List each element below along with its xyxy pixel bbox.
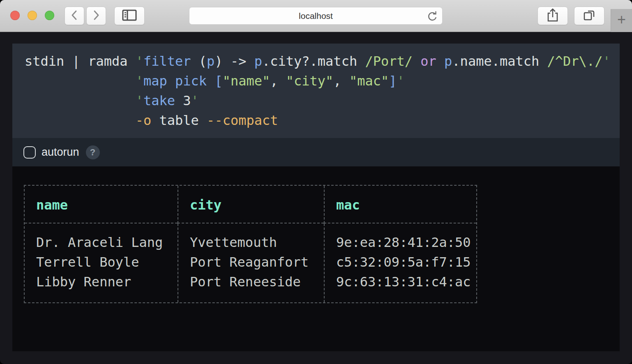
plus-icon: + (617, 12, 626, 27)
zoom-window-button[interactable] (45, 11, 54, 20)
forward-button[interactable] (86, 7, 106, 25)
table-column-mac: 9e:ea:28:41:2a:50c5:32:09:5a:f7:159c:63:… (324, 223, 476, 302)
table-cell: Port Reneeside (190, 272, 324, 292)
command-editor[interactable]: stdin | ramda 'filter (p) -> p.city?.mat… (12, 44, 620, 138)
command-line: 'take 3' (25, 91, 620, 111)
back-button[interactable] (65, 7, 84, 25)
share-button[interactable] (537, 7, 568, 25)
autorun-bar: autorun ? (12, 138, 620, 166)
table-header-name: name (25, 186, 178, 223)
close-window-button[interactable] (10, 11, 20, 20)
tab-overview-button[interactable] (574, 7, 604, 25)
command-line: stdin | ramda 'filter (p) -> p.city?.mat… (25, 51, 620, 71)
table-header-mac: mac (324, 186, 476, 223)
tabs-icon (582, 8, 596, 23)
help-button[interactable]: ? (86, 145, 100, 159)
table-cell: Yvettemouth (190, 233, 324, 252)
chevron-right-icon (92, 9, 100, 22)
table-column-city: YvettemouthPort ReaganfortPort Reneeside (178, 223, 324, 302)
minimize-window-button[interactable] (28, 11, 37, 20)
share-icon (546, 7, 559, 24)
browser-window: localhost (0, 0, 632, 364)
command-line: -o table --compact (25, 111, 620, 130)
new-tab-button[interactable]: + (611, 9, 632, 32)
output-table: namecitymacDr. Araceli LangTerrell Boyle… (24, 185, 477, 303)
sidebar-icon (121, 9, 138, 23)
table-cell: c5:32:09:5a:f7:15 (336, 252, 476, 272)
sidebar-toggle-button[interactable] (114, 7, 145, 25)
address-bar[interactable]: localhost (189, 7, 443, 25)
chevron-left-icon (70, 9, 78, 22)
output-panel: namecitymacDr. Araceli LangTerrell Boyle… (12, 166, 620, 351)
autorun-label: autorun (42, 146, 79, 159)
table-cell: 9e:ea:28:41:2a:50 (336, 233, 476, 252)
table-cell: Libby Renner (36, 272, 178, 292)
reload-icon[interactable] (427, 11, 438, 22)
table-cell: 9c:63:13:31:c4:ac (336, 272, 476, 292)
autorun-checkbox[interactable] (23, 146, 36, 159)
table-cell: Dr. Araceli Lang (36, 233, 178, 252)
table-cell: Port Reaganfort (190, 252, 324, 272)
command-line: 'map pick ["name", "city", "mac"]' (25, 71, 620, 91)
table-header-city: city (178, 186, 324, 223)
table-column-name: Dr. Araceli LangTerrell BoyleLibby Renne… (25, 223, 178, 302)
table-cell: Terrell Boyle (36, 252, 178, 272)
browser-toolbar: localhost (0, 0, 632, 32)
url-text: localhost (299, 11, 333, 21)
